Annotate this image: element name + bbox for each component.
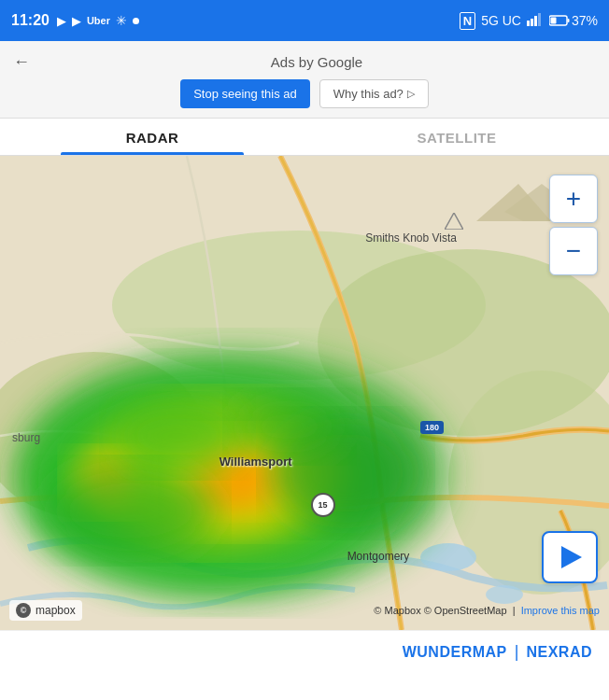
- svg-rect-3: [538, 13, 541, 26]
- label-sburg: sburg: [12, 431, 40, 444]
- status-bar: 11:20 ▶ ▶ Uber ✳ N 5G UC 37%: [0, 0, 609, 41]
- svg-point-14: [420, 543, 476, 571]
- terrain-layer: [0, 156, 609, 630]
- label-smiths-knob: Smiths Knob Vista: [365, 231, 457, 245]
- why-this-ad-button[interactable]: Why this ad? ▷: [319, 79, 429, 108]
- svg-rect-1: [531, 19, 533, 26]
- tab-satellite[interactable]: SATELLITE: [304, 119, 609, 155]
- map-container: Smiths Knob Vista sburg Williamsport Mon…: [0, 156, 609, 630]
- status-time: 11:20: [11, 12, 50, 29]
- zoom-out-icon: −: [566, 238, 581, 264]
- status-app-icons: ▶ ▶ Uber ✳: [57, 13, 139, 28]
- svg-marker-26: [445, 213, 463, 230]
- asterisk-icon: ✳: [116, 13, 127, 28]
- mapbox-label: mapbox: [35, 604, 76, 617]
- network-label: 5G UC: [481, 13, 521, 28]
- bottom-bar: WUNDERMAP | NEXRAD: [0, 630, 609, 673]
- nfc-icon: N: [460, 12, 475, 30]
- battery-icon: 37%: [549, 13, 598, 28]
- copyright-text: © Mapbox © OpenStreetMap: [374, 605, 506, 616]
- zoom-in-button[interactable]: +: [549, 175, 598, 223]
- zoom-out-button[interactable]: −: [549, 227, 598, 275]
- youtube-icon2: ▶: [72, 14, 81, 28]
- map-tabs: RADAR SATELLITE: [0, 119, 609, 156]
- brand-separator: |: [515, 642, 519, 662]
- interstate-180-badge: 180: [420, 421, 444, 434]
- zoom-in-icon: +: [566, 186, 581, 212]
- nexrad-brand: NEXRAD: [526, 644, 592, 661]
- signal-icon: [527, 13, 544, 29]
- ads-by-google-label: Ads by Google: [37, 54, 596, 70]
- dot-icon: [133, 18, 139, 24]
- mountain-icon: [445, 213, 463, 233]
- youtube-icon: ▶: [57, 14, 66, 28]
- mapbox-logo: © mapbox: [9, 600, 82, 621]
- improve-map-link[interactable]: Improve this map: [521, 605, 600, 616]
- play-triangle-icon: [561, 546, 582, 568]
- status-right: N 5G UC 37%: [460, 12, 598, 30]
- uber-icon: Uber: [87, 15, 110, 26]
- battery-percent: 37%: [572, 13, 598, 28]
- wundermap-brand: WUNDERMAP: [403, 644, 507, 661]
- map-controls: + −: [549, 175, 598, 275]
- mapbox-circle-icon: ©: [16, 603, 31, 618]
- attribution-text: © Mapbox © OpenStreetMap | Improve this …: [374, 605, 600, 616]
- highway-15-badge: 15: [311, 493, 335, 517]
- tab-radar[interactable]: RADAR: [0, 119, 304, 155]
- why-ad-arrow-icon: ▷: [407, 88, 415, 100]
- play-button[interactable]: [542, 531, 598, 583]
- map-attribution: © mapbox © Mapbox © OpenStreetMap | Impr…: [0, 600, 609, 621]
- svg-rect-5: [567, 19, 569, 22]
- label-williamsport: Williamsport: [220, 455, 292, 469]
- ad-banner: ← Ads by Google Stop seeing this ad Why …: [0, 41, 609, 119]
- svg-rect-2: [534, 16, 537, 26]
- back-arrow-icon[interactable]: ←: [13, 52, 30, 72]
- svg-rect-6: [550, 18, 556, 24]
- why-ad-label: Why this ad?: [333, 87, 404, 101]
- stop-seeing-ad-button[interactable]: Stop seeing this ad: [180, 79, 310, 108]
- label-montgomery: Montgomery: [347, 550, 410, 563]
- svg-rect-0: [527, 21, 530, 26]
